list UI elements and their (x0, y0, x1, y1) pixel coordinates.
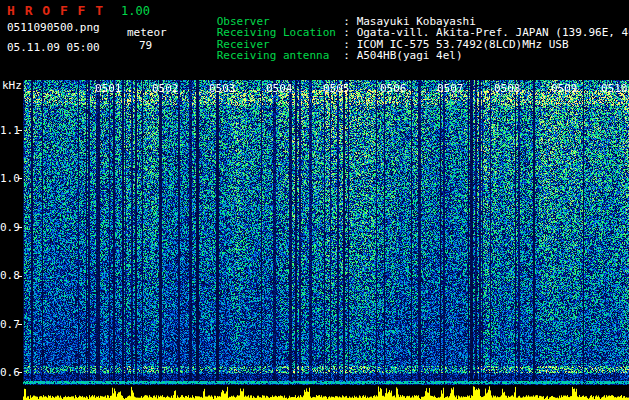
echo-count-label: 79 (139, 39, 152, 52)
mode-label: meteor (127, 26, 167, 39)
amplitude-trace-canvas (23, 385, 629, 400)
time-label: 0505 (323, 82, 350, 95)
freq-axis-unit: kHz (2, 79, 22, 92)
time-label: 0502 (152, 82, 179, 95)
app-title: H R O F F T (7, 3, 104, 18)
freq-tick-label: 0.8 (0, 269, 17, 282)
freq-tick-mark (18, 227, 22, 228)
freq-tick-mark (18, 276, 22, 277)
time-label: 0503 (209, 82, 236, 95)
time-label: 0508 (494, 82, 521, 95)
time-label: 0504 (266, 82, 293, 95)
freq-tick-mark (18, 324, 22, 325)
time-label: 0506 (380, 82, 407, 95)
observer-info-block: Observer : Masayuki Kobayashi Receiving … (177, 4, 629, 50)
freq-tick-mark (18, 130, 22, 131)
freq-tick-mark (18, 372, 22, 373)
time-label: 0501 (95, 82, 122, 95)
hrofft-screen: H R O F F T 1.00 0511090500.png meteor 0… (0, 0, 629, 400)
time-label: 0509 (551, 82, 578, 95)
info-value: A504HB(yagi 4el) (357, 49, 463, 62)
time-label: 0510 (601, 82, 628, 95)
version-label: 1.00 (121, 4, 150, 18)
info-label: Receiving Location (217, 27, 337, 39)
info-label: Receiving antenna (217, 50, 337, 62)
freq-tick-mark (18, 178, 22, 179)
time-label: 0507 (437, 82, 464, 95)
freq-tick-label: 1.0 (0, 172, 17, 185)
freq-tick-label: 0.7 (0, 318, 17, 331)
filename-label: 0511090500.png (7, 21, 100, 34)
info-row: Observer : Masayuki Kobayashi (177, 4, 629, 16)
freq-tick-label: 0.9 (0, 221, 17, 234)
datetime-label: 05.11.09 05:00 (7, 41, 100, 54)
info-separator: : (337, 49, 357, 62)
spectrogram-canvas (23, 80, 629, 385)
freq-tick-label: 1.1 (0, 124, 17, 137)
freq-tick-label: 0.6 (0, 366, 17, 379)
